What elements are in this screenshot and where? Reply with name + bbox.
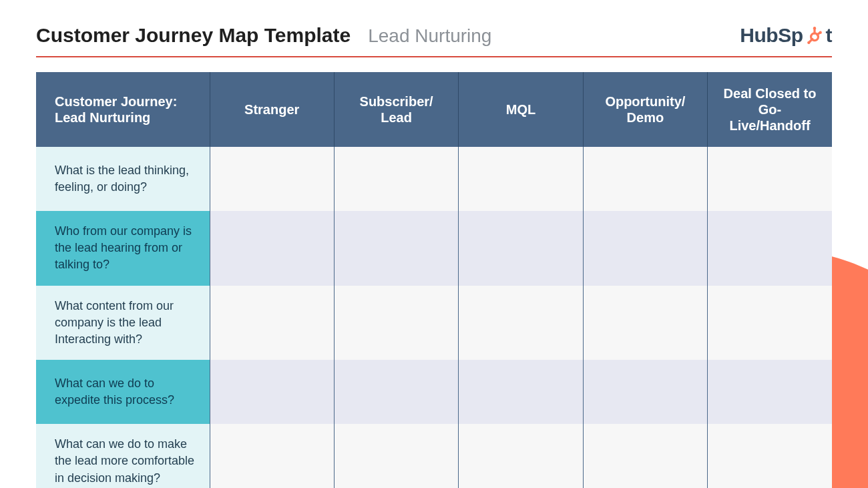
cell xyxy=(583,424,707,488)
table-header-row: Customer Journey: Lead Nurturing Strange… xyxy=(36,72,832,147)
cell xyxy=(459,211,583,286)
logo-text-part1: HubSp xyxy=(740,24,803,47)
cell xyxy=(210,360,334,424)
cell xyxy=(210,147,334,211)
table-row: What can we do to make the lead more com… xyxy=(36,424,832,488)
cell xyxy=(708,424,832,488)
cell xyxy=(459,360,583,424)
col-opportunity-demo: Opportunity/ Demo xyxy=(583,72,707,147)
table-row: Who from our company is the lead hearing… xyxy=(36,211,832,286)
hubspot-logo: HubSp t xyxy=(740,24,832,47)
row-label: What can we do to expedite this process? xyxy=(36,360,210,424)
logo-text-part2: t xyxy=(826,24,833,47)
page-container: Customer Journey Map Template Lead Nurtu… xyxy=(0,0,868,488)
col-mql: MQL xyxy=(459,72,583,147)
svg-point-5 xyxy=(807,41,810,44)
cell xyxy=(210,211,334,286)
row-label: What can we do to make the lead more com… xyxy=(36,424,210,488)
sprocket-icon xyxy=(806,27,823,44)
cell xyxy=(459,147,583,211)
table-row: What is the lead thinking, feeling, or d… xyxy=(36,147,832,211)
col-stranger: Stranger xyxy=(210,72,334,147)
col-deal-closed: Deal Closed to Go-Live/Handoff xyxy=(708,72,832,147)
cell xyxy=(334,211,458,286)
cell xyxy=(583,286,707,360)
table-corner-cell: Customer Journey: Lead Nurturing xyxy=(36,72,210,147)
cell xyxy=(210,424,334,488)
col-subscriber-lead: Subscriber/ Lead xyxy=(334,72,458,147)
cell xyxy=(583,147,707,211)
table-row: What can we do to expedite this process? xyxy=(36,360,832,424)
row-label: What is the lead thinking, feeling, or d… xyxy=(36,147,210,211)
cell xyxy=(334,360,458,424)
cell xyxy=(334,286,458,360)
cell xyxy=(708,147,832,211)
cell xyxy=(708,286,832,360)
cell xyxy=(334,424,458,488)
cell xyxy=(459,424,583,488)
header-left: Customer Journey Map Template Lead Nurtu… xyxy=(36,24,491,47)
page-subtitle: Lead Nurturing xyxy=(368,25,491,47)
cell xyxy=(708,360,832,424)
cell xyxy=(583,360,707,424)
header: Customer Journey Map Template Lead Nurtu… xyxy=(36,24,832,57)
cell xyxy=(210,286,334,360)
journey-table: Customer Journey: Lead Nurturing Strange… xyxy=(36,72,832,488)
svg-point-6 xyxy=(819,31,821,34)
row-label: Who from our company is the lead hearing… xyxy=(36,211,210,286)
page-title: Customer Journey Map Template xyxy=(36,24,351,47)
cell xyxy=(708,211,832,286)
cell xyxy=(459,286,583,360)
row-label: What content from our company is the lea… xyxy=(36,286,210,360)
cell xyxy=(334,147,458,211)
svg-point-4 xyxy=(813,27,815,29)
table-row: What content from our company is the lea… xyxy=(36,286,832,360)
cell xyxy=(583,211,707,286)
